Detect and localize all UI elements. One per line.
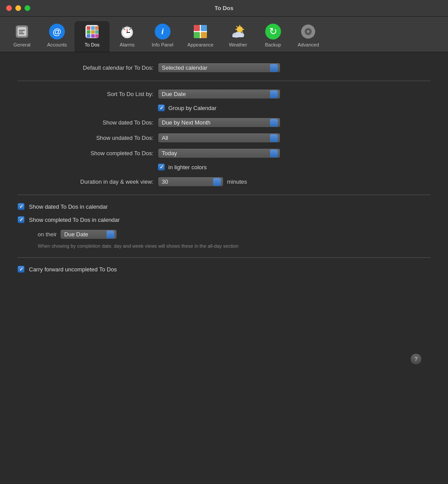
help-button[interactable]: ? bbox=[410, 353, 422, 365]
svg-rect-39 bbox=[232, 35, 244, 37]
window-controls[interactable] bbox=[6, 5, 30, 11]
svg-point-42 bbox=[307, 30, 309, 33]
divider-2 bbox=[18, 195, 430, 195]
title-bar: To Dos bbox=[0, 0, 448, 17]
group-by-calendar-checkbox[interactable]: ✓ bbox=[158, 104, 165, 111]
svg-rect-7 bbox=[87, 30, 90, 34]
tab-advanced[interactable]: Advanced bbox=[291, 21, 326, 52]
tab-general[interactable]: General bbox=[4, 21, 39, 52]
svg-rect-27 bbox=[201, 32, 207, 38]
svg-rect-44 bbox=[307, 36, 309, 39]
svg-rect-11 bbox=[91, 34, 95, 38]
duration-select-wrapper: 30 ▲ ▼ bbox=[158, 177, 224, 187]
svg-rect-26 bbox=[194, 32, 200, 38]
show-completed-label: Show completed To Dos: bbox=[18, 150, 158, 157]
tab-infopanel[interactable]: i Info Panel bbox=[145, 21, 181, 52]
appearance-icon bbox=[192, 24, 208, 39]
sort-select[interactable]: Due Date bbox=[158, 89, 281, 99]
duration-select[interactable]: 30 bbox=[158, 177, 224, 187]
svg-rect-9 bbox=[91, 26, 95, 30]
tab-todos[interactable]: To Dos bbox=[75, 21, 110, 52]
bottom-area: ? bbox=[18, 352, 430, 374]
tab-appearance[interactable]: Appearance bbox=[181, 21, 220, 52]
show-undated-label: Show undated To Dos: bbox=[18, 135, 158, 141]
svg-rect-14 bbox=[95, 34, 99, 38]
minutes-label: minutes bbox=[227, 178, 247, 185]
lighter-colors-control: ✓ in lighter colors bbox=[158, 164, 206, 171]
carry-forward-check: ✓ bbox=[19, 267, 23, 272]
infopanel-icon: i bbox=[155, 24, 171, 39]
tab-general-label: General bbox=[13, 42, 30, 47]
sort-label: Sort To Do List by: bbox=[18, 91, 158, 97]
default-calendar-control: Selected calendar ▲ ▼ bbox=[158, 63, 281, 73]
accounts-icon: @ bbox=[49, 24, 65, 39]
default-calendar-section: Default calendar for To Dos: Selected ca… bbox=[18, 63, 430, 73]
show-completed-control: Today ▲ ▼ bbox=[158, 148, 281, 158]
sort-row: Sort To Do List by: Due Date ▲ ▼ bbox=[18, 89, 430, 99]
carry-forward-label: Carry forward uncompleted To Dos bbox=[29, 266, 117, 273]
maximize-button[interactable] bbox=[25, 5, 30, 11]
tab-infopanel-label: Info Panel bbox=[152, 42, 174, 47]
default-calendar-select[interactable]: Selected calendar bbox=[158, 63, 281, 73]
tab-alarms[interactable]: Alarms bbox=[110, 21, 145, 52]
close-button[interactable] bbox=[6, 5, 12, 11]
show-undated-control: All ▲ ▼ bbox=[158, 133, 281, 143]
svg-rect-10 bbox=[91, 30, 95, 34]
sort-select-wrapper: Due Date ▲ ▼ bbox=[158, 89, 281, 99]
show-undated-select[interactable]: All bbox=[158, 133, 281, 143]
tab-backup[interactable]: ↻ Backup bbox=[256, 21, 291, 52]
svg-rect-8 bbox=[87, 34, 90, 38]
duration-label: Duration in day & week view: bbox=[18, 178, 158, 185]
carry-forward-checkbox[interactable]: ✓ bbox=[18, 266, 25, 273]
tab-advanced-label: Advanced bbox=[298, 42, 319, 47]
show-dated-label: Show dated To Dos: bbox=[18, 119, 158, 126]
svg-rect-24 bbox=[194, 25, 200, 31]
svg-rect-46 bbox=[313, 31, 315, 32]
window-title: To Dos bbox=[214, 5, 233, 11]
advanced-icon bbox=[300, 24, 316, 39]
on-their-select[interactable]: Due Date bbox=[60, 229, 117, 239]
group-by-calendar-check: ✓ bbox=[160, 105, 164, 111]
on-their-block: on their Due Date ▲ ▼ When showing by co… bbox=[38, 229, 430, 249]
show-completed-select[interactable]: Today bbox=[158, 148, 281, 158]
todos-icon bbox=[84, 24, 100, 39]
carry-forward-row: ✓ Carry forward uncompleted To Dos bbox=[18, 266, 430, 273]
tab-weather[interactable]: Weather bbox=[220, 21, 256, 52]
general-icon bbox=[14, 24, 30, 39]
show-dated-calendar-checkbox[interactable]: ✓ bbox=[18, 203, 25, 210]
show-dated-select-wrapper: Due by Next Month ▲ ▼ bbox=[158, 117, 281, 128]
lighter-colors-label: in lighter colors bbox=[168, 164, 206, 171]
lighter-colors-checkbox[interactable]: ✓ bbox=[158, 164, 165, 171]
on-their-select-wrapper: Due Date ▲ ▼ bbox=[60, 229, 117, 239]
show-completed-row: Show completed To Dos: Today ▲ ▼ bbox=[18, 148, 430, 158]
svg-line-33 bbox=[236, 26, 237, 27]
group-by-calendar-label: Group by Calendar bbox=[168, 105, 217, 111]
lighter-colors-checkbox-row: ✓ in lighter colors bbox=[158, 164, 206, 171]
svg-rect-6 bbox=[87, 26, 90, 30]
group-by-calendar-checkbox-row: ✓ Group by Calendar bbox=[158, 104, 217, 111]
tab-weather-label: Weather bbox=[229, 42, 247, 47]
divider-1 bbox=[18, 81, 430, 81]
show-undated-row: Show undated To Dos: All ▲ ▼ bbox=[18, 133, 430, 143]
show-dated-control: Due by Next Month ▲ ▼ bbox=[158, 117, 281, 128]
show-dated-row: Show dated To Dos: Due by Next Month ▲ ▼ bbox=[18, 117, 430, 128]
show-dated-calendar-label: Show dated To Dos in calendar bbox=[29, 203, 108, 210]
svg-point-28 bbox=[237, 26, 243, 32]
tab-appearance-label: Appearance bbox=[188, 42, 213, 47]
helper-text: When showing by completion date, day and… bbox=[38, 243, 257, 249]
backup-icon: ↻ bbox=[265, 24, 281, 39]
tab-alarms-label: Alarms bbox=[120, 42, 135, 47]
svg-rect-4 bbox=[19, 33, 24, 34]
minimize-button[interactable] bbox=[15, 5, 21, 11]
on-their-row: on their Due Date ▲ ▼ bbox=[38, 229, 430, 239]
default-calendar-row: Default calendar for To Dos: Selected ca… bbox=[18, 63, 430, 73]
svg-rect-2 bbox=[19, 30, 25, 31]
tab-accounts[interactable]: @ Accounts bbox=[39, 21, 75, 52]
show-undated-select-wrapper: All ▲ ▼ bbox=[158, 133, 281, 143]
on-their-label: on their bbox=[38, 231, 57, 238]
show-completed-calendar-checkbox[interactable]: ✓ bbox=[18, 216, 25, 223]
content-area: Default calendar for To Dos: Selected ca… bbox=[0, 52, 448, 382]
svg-rect-25 bbox=[201, 25, 207, 31]
sort-control: Due Date ▲ ▼ bbox=[158, 89, 281, 99]
show-dated-select[interactable]: Due by Next Month bbox=[158, 117, 281, 128]
